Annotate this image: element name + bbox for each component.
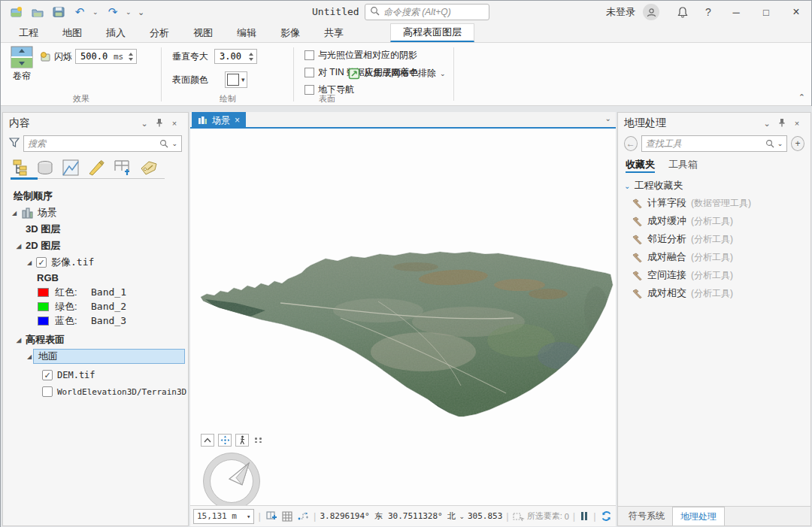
project-favorites-section[interactable]: ⌄ 工程收藏夹 [618, 173, 810, 194]
find-tools-input[interactable] [646, 138, 762, 149]
close-icon[interactable]: × [167, 119, 182, 128]
scene-3d-terrain[interactable] [190, 130, 616, 505]
tin-shading-checkbox[interactable] [304, 68, 314, 77]
grid-icon[interactable] [280, 510, 293, 523]
tab-share[interactable]: 共享 [312, 23, 356, 42]
add-bookmark-icon[interactable] [265, 510, 277, 523]
tree-item-scene[interactable]: ◢ 场景 [3, 204, 188, 221]
expand-icon[interactable]: ◢ [11, 210, 18, 217]
collapse-nav-icon[interactable] [201, 434, 214, 447]
tab-map[interactable]: 地图 [50, 23, 94, 42]
flicker-interval-spinner[interactable]: ms [75, 49, 137, 64]
customize-qat-icon[interactable]: ⌄ [138, 8, 145, 17]
chevron-down-icon[interactable]: ⌄ [605, 114, 611, 123]
tree-item-band-red[interactable]: 红色: Band_1 [3, 285, 188, 299]
exclude-from-mesh-button[interactable]: 从集成网格中排除 ⌄ [348, 67, 446, 80]
scene-view-tab[interactable]: 场景 × [192, 112, 246, 129]
maximize-button[interactable]: □ [751, 1, 781, 23]
undo-icon[interactable]: ↶ [71, 5, 88, 20]
tool-pairwise-dissolve[interactable]: 成对融合(分析工具) [618, 248, 810, 266]
vertical-exaggeration-spinner[interactable] [214, 49, 257, 64]
tree-item-band-blue[interactable]: 蓝色: Band_3 [3, 313, 188, 328]
close-icon[interactable]: × [789, 119, 804, 128]
pan-mode-icon[interactable] [218, 434, 232, 447]
shadows-checkbox[interactable] [304, 50, 314, 60]
tool-spatial-join[interactable]: 空间连接(分析工具) [618, 266, 810, 284]
world-elevation-checkbox[interactable] [42, 386, 53, 397]
command-search-input[interactable] [383, 7, 500, 17]
list-by-drawing-order-icon[interactable] [11, 159, 29, 179]
save-project-icon[interactable] [50, 5, 67, 20]
flicker-icon[interactable] [40, 51, 51, 62]
tab-symbology[interactable]: 符号系统 [621, 507, 672, 525]
undo-dropdown-icon[interactable]: ⌄ [92, 8, 100, 16]
find-tools-search[interactable]: ⌄ [641, 135, 788, 152]
chevron-down-icon[interactable]: ⌄ [171, 140, 177, 147]
expand-icon[interactable]: ◢ [15, 243, 23, 250]
tab-favorites[interactable]: 收藏夹 [626, 158, 655, 173]
pin-icon[interactable] [152, 118, 167, 129]
help-icon[interactable]: ? [695, 1, 721, 23]
ground-selected-row[interactable]: 地面 [33, 349, 185, 364]
new-project-icon[interactable] [8, 5, 25, 20]
tab-project[interactable]: 工程 [7, 23, 50, 42]
tree-item-band-green[interactable]: 绿色: Band_2 [3, 299, 188, 313]
pin-icon[interactable] [774, 118, 789, 129]
tree-item-world-elevation[interactable]: WorldElevation3D/Terrain3D [3, 383, 188, 400]
vertical-exaggeration-input[interactable] [220, 51, 245, 62]
tab-toolboxes[interactable]: 工具箱 [668, 158, 698, 173]
contents-search[interactable]: ⌄ [23, 135, 182, 152]
scene-3d-view[interactable] [190, 130, 616, 505]
tree-item-2d-layers[interactable]: ◢ 2D 图层 [3, 238, 188, 254]
list-by-snapping-icon[interactable] [113, 159, 131, 179]
add-toolbox-icon[interactable]: + [791, 136, 804, 151]
contents-search-input[interactable] [28, 138, 156, 149]
tree-item-dem[interactable]: ✓ DEM.tif [3, 367, 188, 383]
notifications-icon[interactable] [670, 1, 695, 23]
expand-icon[interactable]: ◢ [15, 337, 23, 344]
close-icon[interactable]: × [235, 115, 240, 126]
pane-options-icon[interactable]: ⌄ [137, 119, 152, 129]
pause-drawing-icon[interactable] [579, 512, 589, 520]
tree-item-elevation-surfaces[interactable]: ◢ 高程表面 [3, 332, 188, 348]
scale-dropdown[interactable]: 15,131 m ▾ [193, 509, 254, 524]
compass-control[interactable] [202, 452, 261, 505]
drag-handle-icon[interactable] [255, 438, 262, 443]
close-button[interactable]: × [781, 1, 811, 23]
refresh-icon[interactable] [600, 510, 613, 523]
flicker-spin-buttons[interactable] [127, 51, 135, 62]
vert-exag-spin-buttons[interactable] [247, 51, 255, 62]
tab-analysis[interactable]: 分析 [138, 23, 181, 42]
walk-mode-icon[interactable] [235, 434, 249, 447]
expand-icon[interactable]: ◢ [26, 259, 33, 266]
list-by-source-icon[interactable] [36, 159, 54, 179]
command-search[interactable] [365, 4, 489, 20]
tab-view[interactable]: 视图 [181, 23, 225, 42]
tab-edit[interactable]: 编辑 [225, 23, 268, 42]
tree-item-ground[interactable]: ◢ 地面 [3, 348, 188, 365]
surface-color-picker[interactable]: ▾ [225, 71, 247, 88]
back-icon[interactable]: ← [624, 136, 638, 151]
open-project-icon[interactable] [29, 5, 46, 20]
tool-pairwise-buffer[interactable]: 成对缓冲(分析工具) [618, 212, 810, 230]
list-by-selection-icon[interactable] [62, 159, 80, 179]
collapse-ribbon-icon[interactable]: ⌃ [798, 92, 805, 102]
tab-insert[interactable]: 插入 [94, 23, 138, 42]
tree-item-3d-layers[interactable]: 3D 图层 [3, 221, 188, 238]
minimize-button[interactable]: ─ [721, 1, 751, 23]
filter-icon[interactable] [9, 137, 20, 150]
sign-in-status[interactable]: 未登录 [606, 5, 635, 19]
chevron-down-icon[interactable]: ⌄ [777, 140, 783, 147]
dem-checkbox[interactable]: ✓ [42, 370, 53, 380]
tool-pairwise-intersect[interactable]: 成对相交(分析工具) [618, 284, 810, 302]
selection-info[interactable]: 所选要素: 0 [513, 510, 569, 522]
image-layer-checkbox[interactable]: ✓ [36, 257, 47, 268]
tab-imagery[interactable]: 影像 [268, 23, 312, 42]
tree-item-image-layer[interactable]: ◢ ✓ 影像.tif [3, 254, 188, 271]
list-by-labeling-icon[interactable] [138, 159, 158, 179]
tab-geoprocessing[interactable]: 地理处理 [672, 507, 725, 525]
list-by-editing-icon[interactable] [87, 159, 105, 179]
expand-icon[interactable]: ◢ [26, 353, 33, 360]
account-avatar[interactable] [643, 4, 659, 20]
redo-icon[interactable]: ↷ [105, 5, 121, 20]
